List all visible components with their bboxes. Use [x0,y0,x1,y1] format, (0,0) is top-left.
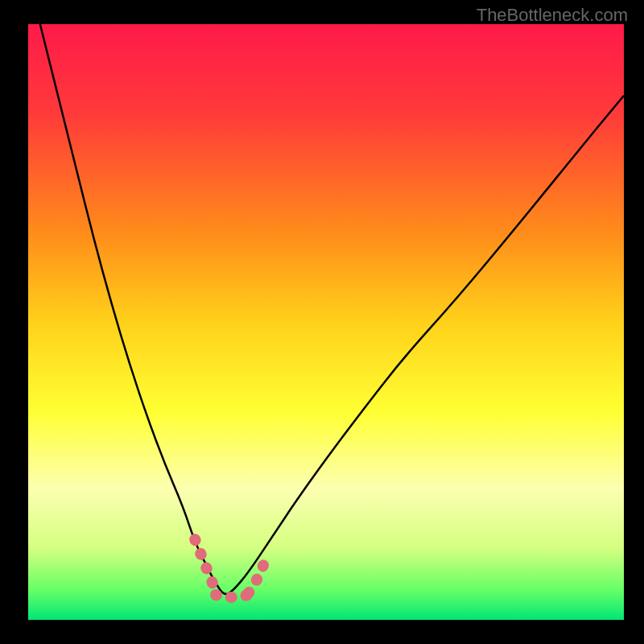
bottleneck-chart [0,0,644,644]
watermark: TheBottleneck.com [477,5,628,26]
chart-container [0,0,644,644]
